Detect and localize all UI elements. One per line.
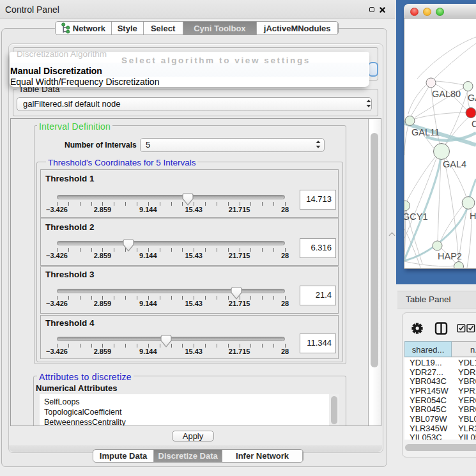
svg-text:GCY1: GCY1 [404,211,428,222]
svg-text:HAP2: HAP2 [438,251,462,261]
svg-text:GA: GA [468,93,476,103]
svg-text:GAL11: GAL11 [411,127,440,137]
svg-text:GAL4: GAL4 [443,159,466,169]
svg-text:GAL80: GAL80 [432,89,461,99]
svg-text:H: H [470,211,476,221]
svg-text:C: C [472,119,476,129]
